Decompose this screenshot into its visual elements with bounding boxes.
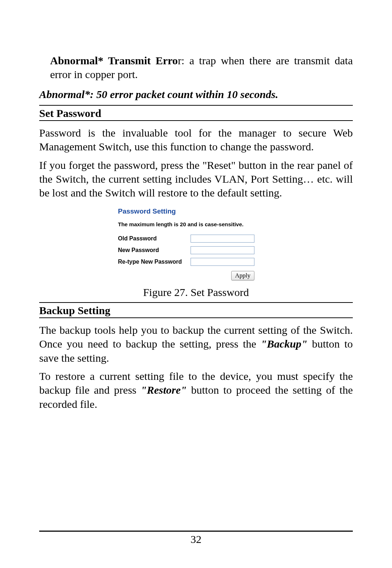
page-number: 32 [0, 533, 392, 545]
footer-rule [39, 531, 353, 532]
abnormal-transmit-bold: Abnormal* Transmit Erro [50, 54, 178, 66]
abnormal-transmit-paragraph: Abnormal* Transmit Error: a trap when th… [50, 54, 353, 82]
retype-password-row: Re-type New Password [118, 258, 274, 266]
backup-p1: The backup tools help you to backup the … [39, 323, 353, 365]
old-password-label: Old Password [118, 235, 191, 242]
set-password-p1: Password is the invaluable tool for the … [39, 126, 353, 154]
apply-row: Apply [118, 271, 274, 280]
section-rule-bottom-1 [39, 120, 353, 121]
set-password-heading: Set Password [39, 106, 353, 120]
password-setting-note: The maximum length is 20 and is case-sen… [118, 221, 274, 227]
document-page: Abnormal* Transmit Error: a trap when th… [0, 0, 392, 568]
retype-password-label: Re-type New Password [118, 259, 191, 265]
apply-button[interactable]: Apply [231, 271, 255, 280]
old-password-row: Old Password [118, 235, 274, 243]
old-password-input[interactable] [191, 235, 254, 243]
backup-p2b: "Restore" [141, 384, 187, 396]
password-setting-widget: Password Setting The maximum length is 2… [118, 207, 274, 280]
set-password-p2: If you forget the password, press the "R… [39, 158, 353, 200]
section-rule-bottom-2 [39, 317, 353, 318]
new-password-label: New Password [118, 247, 191, 253]
backup-setting-heading: Backup Setting [39, 303, 353, 317]
backup-p1b: "Backup" [261, 338, 307, 350]
intro-paragraph-block: Abnormal* Transmit Error: a trap when th… [39, 54, 353, 82]
figure-27-caption: Figure 27. Set Password [39, 286, 353, 299]
backup-p2: To restore a current setting file to the… [39, 369, 353, 411]
new-password-input[interactable] [191, 246, 254, 254]
new-password-row: New Password [118, 246, 274, 254]
password-setting-title: Password Setting [118, 207, 274, 215]
retype-password-input[interactable] [191, 258, 254, 266]
abnormal-definition: Abnormal*: 50 error packet count within … [39, 88, 353, 101]
